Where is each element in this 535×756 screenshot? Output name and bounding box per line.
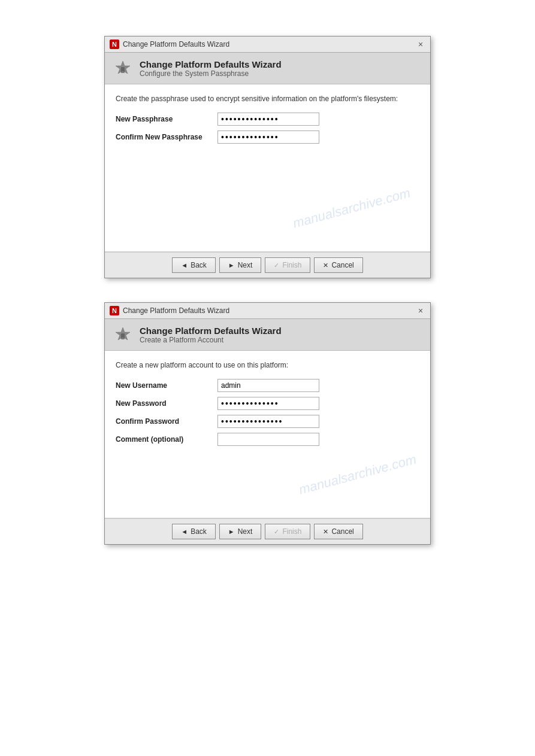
input-new-password[interactable] [217,397,319,410]
form-row-new-password: New Password [116,397,419,410]
cancel-button-1[interactable]: ✕ Cancel [314,257,362,273]
cancel-button-2[interactable]: ✕ Cancel [314,524,362,539]
back-button-2[interactable]: ◄ Back [172,524,216,539]
star-wrench-icon-1 [114,60,131,77]
dialog-header-2: Change Platform Defaults Wizard Create a… [105,319,430,351]
titlebar-title-1: Change Platform Defaults Wizard [123,40,229,48]
body-description-1: Create the passphrase used to encrypt se… [116,94,419,104]
wizard-icon-1 [113,59,132,78]
dialog-body-1: Create the passphrase used to encrypt se… [105,84,430,252]
titlebar-left-2: N Change Platform Defaults Wizard [110,306,229,315]
input-new-username[interactable] [217,379,319,392]
label-new-username: New Username [116,381,217,390]
back-icon-1: ◄ [181,262,188,269]
label-comment: Comment (optional) [116,435,217,444]
close-button-2[interactable]: × [416,306,425,315]
dialog-2: N Change Platform Defaults Wizard × Chan… [104,302,431,545]
header-subtitle-2: Create a Platform Account [140,336,282,344]
finish-icon-2: ✓ [274,528,279,536]
finish-label-1: Finish [282,261,301,269]
back-label-2: Back [191,527,207,536]
svg-rect-3 [121,333,125,339]
titlebar-title-2: Change Platform Defaults Wizard [123,306,229,315]
dialog-body-wrapper-1: Create the passphrase used to encrypt se… [105,84,430,252]
form-row-confirm-password: Confirm Password [116,415,419,428]
back-icon-2: ◄ [181,528,188,535]
label-new-password: New Password [116,399,217,408]
dialog-footer-2: ◄ Back ► Next ✓ Finish ✕ Cancel [105,518,430,544]
next-label-1: Next [238,261,253,269]
label-new-passphrase: New Passphrase [116,115,217,123]
finish-button-1[interactable]: ✓ Finish [265,257,310,273]
label-confirm-password: Confirm Password [116,417,217,426]
dialog-body-wrapper-2: Create a new platform account to use on … [105,351,430,518]
form-row-comment: Comment (optional) [116,433,419,446]
cancel-icon-2: ✕ [323,528,328,536]
header-text-2: Change Platform Defaults Wizard Create a… [140,326,282,344]
finish-button-2[interactable]: ✓ Finish [265,524,310,539]
cancel-label-2: Cancel [331,527,353,536]
dialog-body-2: Create a new platform account to use on … [105,351,430,518]
wizard-icon-2 [113,325,132,344]
dialog-header-1: Change Platform Defaults Wizard Configur… [105,53,430,84]
app-logo-1: N [110,40,119,49]
form-row-new-username: New Username [116,379,419,392]
form-row-confirm-passphrase: Confirm New Passphrase [116,130,419,144]
header-subtitle-1: Configure the System Passphrase [140,69,282,78]
form-row-new-passphrase: New Passphrase [116,113,419,126]
input-confirm-passphrase[interactable] [217,130,319,144]
dialog-footer-1: ◄ Back ► Next ✓ Finish ✕ Cancel [105,252,430,278]
close-button-1[interactable]: × [416,40,425,49]
app-logo-2: N [110,306,119,315]
star-wrench-icon-2 [114,326,131,343]
back-button-1[interactable]: ◄ Back [172,257,216,273]
next-button-2[interactable]: ► Next [219,524,262,539]
body-description-2: Create a new platform account to use on … [116,360,419,371]
next-icon-2: ► [228,528,235,535]
header-title-2: Change Platform Defaults Wizard [140,326,282,336]
input-comment[interactable] [217,433,319,446]
titlebar-1: N Change Platform Defaults Wizard × [105,37,430,53]
next-button-1[interactable]: ► Next [219,257,262,273]
cancel-label-1: Cancel [331,261,353,269]
cancel-icon-1: ✕ [323,262,328,269]
finish-label-2: Finish [282,527,301,536]
svg-rect-1 [121,67,125,73]
next-label-2: Next [238,527,253,536]
finish-icon-1: ✓ [274,262,279,269]
header-text-1: Change Platform Defaults Wizard Configur… [140,59,282,78]
titlebar-left-1: N Change Platform Defaults Wizard [110,40,229,49]
label-confirm-passphrase: Confirm New Passphrase [116,133,217,141]
next-icon-1: ► [228,262,235,269]
titlebar-2: N Change Platform Defaults Wizard × [105,303,430,319]
header-title-1: Change Platform Defaults Wizard [140,59,282,69]
dialog-1: N Change Platform Defaults Wizard × Chan… [104,36,431,278]
input-new-passphrase[interactable] [217,113,319,126]
input-confirm-password[interactable] [217,415,319,428]
back-label-1: Back [191,261,207,269]
